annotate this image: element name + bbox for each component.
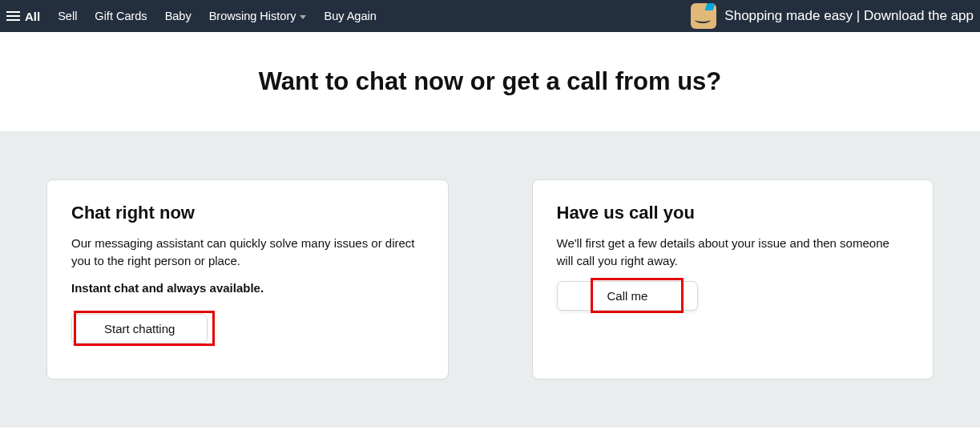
- chat-card-title: Chat right now: [71, 203, 424, 223]
- top-nav: All Sell Gift Cards Baby Browsing Histor…: [0, 0, 980, 32]
- hamburger-menu[interactable]: All: [6, 10, 40, 23]
- call-card-title: Have us call you: [557, 203, 909, 223]
- call-card: Have us call you We'll first get a few d…: [532, 179, 934, 380]
- hero-section: Want to chat now or get a call from us?: [0, 32, 980, 131]
- chat-button-wrap: Start chatting: [71, 314, 208, 344]
- hamburger-label: All: [25, 10, 40, 23]
- start-chatting-button[interactable]: Start chatting: [71, 314, 208, 344]
- call-card-desc: We'll first get a few details about your…: [557, 235, 909, 270]
- app-download-icon[interactable]: [691, 3, 716, 29]
- page-title: Want to chat now or get a call from us?: [0, 67, 980, 96]
- app-promo-text[interactable]: Shopping made easy | Download the app: [724, 8, 974, 24]
- chat-card-desc: Our messaging assistant can quickly solv…: [71, 235, 424, 270]
- nav-link-browsing-history[interactable]: Browsing History: [209, 10, 307, 22]
- nav-link-gift-cards[interactable]: Gift Cards: [95, 10, 147, 22]
- hamburger-icon: [6, 11, 20, 21]
- nav-link-baby[interactable]: Baby: [165, 10, 192, 22]
- call-me-button[interactable]: Call me: [557, 281, 699, 311]
- nav-link-buy-again[interactable]: Buy Again: [324, 10, 376, 22]
- nav-right: Shopping made easy | Download the app: [691, 3, 974, 29]
- nav-left: All Sell Gift Cards Baby Browsing Histor…: [6, 10, 377, 23]
- nav-link-sell[interactable]: Sell: [58, 10, 77, 22]
- call-button-wrap: Call me: [557, 281, 699, 311]
- chat-card: Chat right now Our messaging assistant c…: [46, 179, 449, 380]
- cards-section: Chat right now Our messaging assistant c…: [0, 131, 980, 428]
- chat-card-note: Instant chat and always available.: [71, 281, 424, 295]
